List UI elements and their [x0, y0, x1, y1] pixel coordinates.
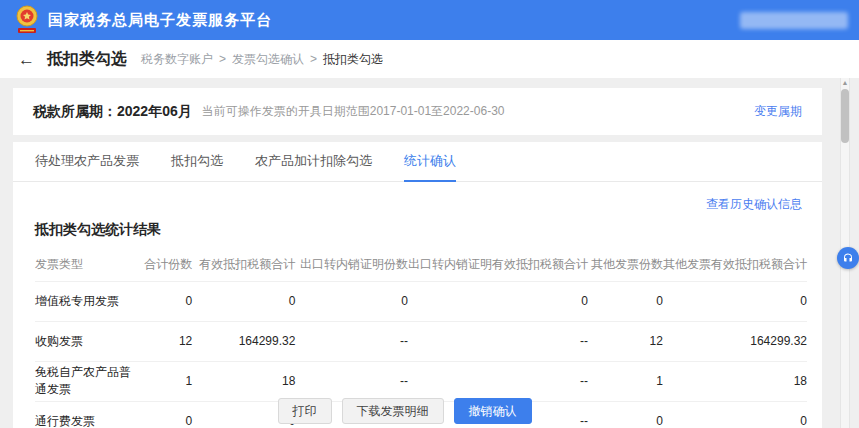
cell-value: -- — [295, 361, 408, 401]
footer-actions: 打印 下载发票明细 撤销确认 — [0, 398, 809, 424]
view-history-confirm-link[interactable]: 查看历史确认信息 — [706, 197, 802, 211]
cell-count-link[interactable]: 0 — [132, 281, 193, 321]
table-row: 收购发票 12 164299.32 -- -- 12 164299.32 — [35, 321, 807, 361]
tab-agri-extra-deduction-check[interactable]: 农产品加计扣除勾选 — [255, 142, 372, 182]
change-period-link[interactable]: 变更属期 — [754, 103, 802, 120]
cell-count-link[interactable]: 0 — [588, 281, 663, 321]
cell-invoice-type: 免税自产农产品普通发票 — [35, 361, 132, 401]
cell-value: -- — [408, 361, 588, 401]
period-label: 税款所属期： — [33, 103, 117, 121]
download-invoice-detail-button[interactable]: 下载发票明细 — [342, 398, 444, 424]
tax-emblem-logo — [14, 5, 40, 35]
scrollbar-thumb[interactable] — [841, 89, 849, 143]
cell-value: 0 — [663, 281, 807, 321]
tab-pending-agri-invoices[interactable]: 待处理农产品发票 — [35, 142, 139, 182]
cell-value: -- — [408, 321, 588, 361]
cell-value: 164299.32 — [663, 321, 807, 361]
tab-bar: 待处理农产品发票 抵扣勾选 农产品加计扣除勾选 统计确认 — [13, 142, 822, 182]
headset-icon — [842, 252, 854, 264]
cell-value: 18 — [192, 361, 295, 401]
breadcrumb-item-tax-account[interactable]: 税务数字账户 — [141, 51, 213, 68]
main-card: 待处理农产品发票 抵扣勾选 农产品加计扣除勾选 统计确认 查看历史确认信息 抵扣… — [13, 142, 822, 428]
col-invoice-type: 发票类型 — [35, 249, 132, 281]
section-title: 抵扣类勾选统计结果 — [13, 213, 822, 239]
app-header: 国家税务总局电子发票服务平台 — [0, 0, 859, 40]
tax-period-card: 税款所属期： 2022年06月 当前可操作发票的开具日期范围2017-01-01… — [13, 88, 822, 135]
cell-count-link[interactable]: 12 — [588, 321, 663, 361]
breadcrumb-separator: > — [219, 52, 226, 66]
cell-value: 164299.32 — [192, 321, 295, 361]
help-float-button[interactable] — [837, 247, 859, 269]
history-link-row: 查看历史确认信息 — [13, 182, 822, 213]
col-valid-deduction-tax-total: 有效抵扣税额合计 — [192, 249, 295, 281]
col-export-cert-valid-tax-total: 出口转内销证明有效抵扣税额合计 — [408, 249, 588, 281]
cell-count-link[interactable]: 1 — [132, 361, 193, 401]
cell-invoice-type: 增值税专用发票 — [35, 281, 132, 321]
cell-value: 0 — [408, 281, 588, 321]
cell-value: 18 — [663, 361, 807, 401]
app-title: 国家税务总局电子发票服务平台 — [48, 11, 272, 30]
breadcrumb: 税务数字账户 > 发票勾选确认 > 抵扣类勾选 — [141, 51, 383, 68]
col-total-count: 合计份数 — [132, 249, 193, 281]
cell-invoice-type: 收购发票 — [35, 321, 132, 361]
breadcrumb-separator: > — [310, 52, 317, 66]
col-export-cert-count: 出口转内销证明份数 — [295, 249, 408, 281]
back-arrow-icon[interactable]: ← — [18, 51, 35, 68]
cell-count-link[interactable]: 0 — [295, 281, 408, 321]
table-row: 增值税专用发票 0 0 0 0 0 0 — [35, 281, 807, 321]
period-value: 2022年06月 — [117, 103, 192, 121]
revoke-confirm-button[interactable]: 撤销确认 — [454, 398, 532, 424]
cell-value: -- — [295, 321, 408, 361]
breadcrumb-item-current: 抵扣类勾选 — [323, 51, 383, 68]
cell-value: 0 — [192, 281, 295, 321]
col-other-invoice-valid-tax-total: 其他发票有效抵扣税额合计 — [663, 249, 807, 281]
tab-deduction-check[interactable]: 抵扣勾选 — [171, 142, 223, 182]
table-row: 免税自产农产品普通发票 1 18 -- -- 1 18 — [35, 361, 807, 401]
cell-count-link[interactable]: 1 — [588, 361, 663, 401]
period-note: 当前可操作发票的开具日期范围2017-01-01至2022-06-30 — [202, 103, 505, 120]
page-title: 抵扣类勾选 — [47, 49, 127, 70]
col-other-invoice-count: 其他发票份数 — [588, 249, 663, 281]
print-button[interactable]: 打印 — [278, 398, 332, 424]
nav-bar: ← 抵扣类勾选 税务数字账户 > 发票勾选确认 > 抵扣类勾选 — [0, 40, 859, 78]
table-header-row: 发票类型 合计份数 有效抵扣税额合计 出口转内销证明份数 出口转内销证明有效抵扣… — [35, 249, 807, 281]
page: 国家税务总局电子发票服务平台 ← 抵扣类勾选 税务数字账户 > 发票勾选确认 >… — [0, 0, 859, 428]
scrollbar-up-arrow-icon[interactable]: ▲ — [841, 79, 849, 87]
tab-statistics-confirm[interactable]: 统计确认 — [404, 142, 456, 182]
masked-username[interactable] — [740, 12, 848, 29]
breadcrumb-item-invoice-check[interactable]: 发票勾选确认 — [232, 51, 304, 68]
cell-count-link[interactable]: 12 — [132, 321, 193, 361]
